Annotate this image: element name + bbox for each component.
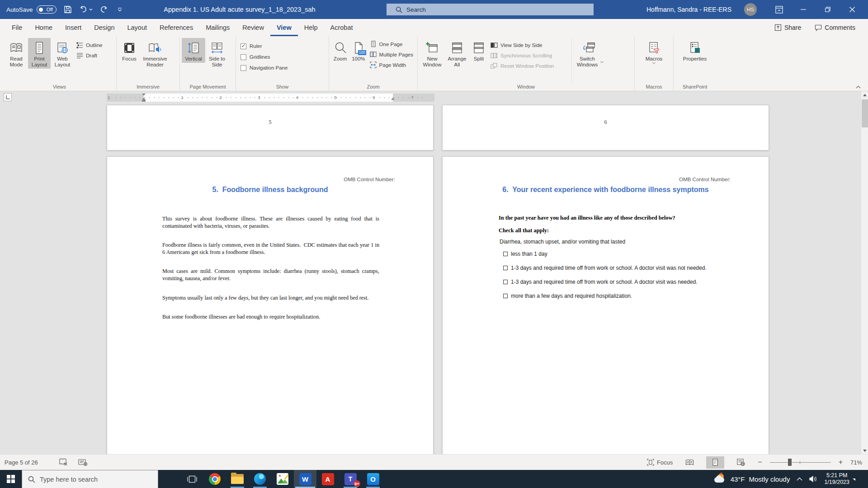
gridlines-checkbox-unchecked[interactable] — [241, 54, 246, 60]
survey-option[interactable]: more than a few days and required hospit… — [499, 293, 745, 299]
zoom-percentage[interactable]: 71% — [850, 459, 862, 466]
new-window-button[interactable]: New Window — [420, 38, 445, 69]
show-hidden-icons-button[interactable] — [797, 477, 802, 481]
page-width-button[interactable]: Page Width — [368, 60, 415, 70]
gridlines-checkbox-row[interactable]: Gridlines — [238, 52, 290, 62]
page-bottom-left[interactable]: 5 — [107, 105, 434, 150]
paragraph[interactable]: Most cases are mild. Common symptoms inc… — [162, 268, 379, 282]
document-page-right[interactable]: OMB Control Number: 6. Your recent exper… — [442, 156, 769, 454]
tab-help[interactable]: Help — [298, 19, 324, 36]
task-view-button[interactable] — [181, 470, 203, 488]
scroll-up-arrow[interactable] — [861, 91, 868, 99]
ruler-checkbox-row[interactable]: Ruler — [238, 41, 290, 52]
survey-question[interactable]: In the past year have you had an illness… — [499, 215, 745, 221]
zoom-slider-thumb[interactable] — [788, 459, 792, 466]
ribbon-display-options-button[interactable] — [769, 0, 789, 19]
vertical-scrollbar[interactable] — [861, 91, 868, 454]
section-heading[interactable]: 5. Foodborne illness background — [107, 186, 433, 194]
checkbox-unchecked[interactable] — [503, 252, 508, 256]
print-layout-button[interactable]: Print Layout — [28, 38, 51, 69]
tab-insert[interactable]: Insert — [59, 19, 88, 36]
display-settings-icon[interactable] — [78, 459, 87, 466]
left-indent-marker[interactable] — [142, 100, 146, 102]
tab-view[interactable]: View — [270, 19, 298, 36]
tab-references[interactable]: References — [153, 19, 199, 36]
avatar[interactable]: HS — [744, 3, 757, 16]
arrange-all-button[interactable]: Arrange All — [445, 38, 469, 69]
print-layout-view-button[interactable] — [706, 456, 724, 469]
collapse-ribbon-button[interactable] — [856, 85, 861, 89]
taskbar-teams-button[interactable]: 9+ — [339, 470, 362, 488]
document-page-left[interactable]: OMB Control Number: 5. Foodborne illness… — [107, 156, 434, 454]
immersive-reader-button[interactable]: Immersive Reader — [140, 38, 170, 69]
minimize-button[interactable] — [793, 0, 814, 19]
zoom-slider[interactable] — [770, 459, 831, 466]
web-layout-button[interactable]: Web Layout — [51, 38, 74, 69]
one-page-button[interactable]: One Page — [368, 39, 415, 49]
taskbar-chrome-button[interactable] — [203, 470, 226, 488]
multiple-pages-button[interactable]: Multiple Pages — [368, 49, 415, 60]
web-layout-view-button[interactable] — [732, 456, 750, 469]
taskbar-image-app-button[interactable] — [271, 470, 294, 488]
survey-option[interactable]: less than 1 day — [499, 251, 745, 257]
close-button[interactable] — [842, 0, 863, 19]
survey-option[interactable]: 1-3 days and required time off from work… — [499, 279, 745, 285]
paragraph[interactable]: This survey is about foodborne illness. … — [162, 216, 379, 230]
properties-button[interactable]: S Properties — [679, 38, 711, 63]
taskbar-acrobat-button[interactable] — [316, 470, 339, 488]
right-indent-marker[interactable] — [391, 98, 395, 100]
taskbar-word-button[interactable] — [294, 470, 316, 488]
tab-home[interactable]: Home — [28, 19, 59, 36]
survey-lead-text[interactable]: Diarrhea, stomach upset, and/or vomiting… — [499, 239, 745, 245]
volume-button[interactable] — [809, 475, 817, 483]
survey-option[interactable]: 1-3 days and required time off from work… — [499, 265, 745, 271]
section-heading[interactable]: 6. Your recent experience with foodborne… — [443, 186, 769, 194]
view-side-by-side-button[interactable]: View Side by Side — [488, 40, 569, 50]
scrollbar-thumb[interactable] — [862, 99, 868, 127]
tab-file[interactable]: File — [5, 19, 28, 36]
read-mode-view-button[interactable] — [680, 456, 698, 469]
search-box[interactable]: Search — [387, 4, 594, 15]
taskbar-file-explorer-button[interactable] — [226, 470, 249, 488]
navigation-pane-checkbox-row[interactable]: Navigation Pane — [238, 62, 290, 73]
tab-design[interactable]: Design — [88, 19, 121, 36]
scroll-down-arrow[interactable] — [861, 447, 868, 454]
undo-button[interactable] — [79, 3, 93, 16]
macros-button[interactable]: Macros — [641, 38, 668, 65]
first-line-indent-marker[interactable] — [142, 94, 146, 96]
taskbar-edge-button[interactable] — [249, 470, 271, 488]
taskbar-clock[interactable]: 5:21 PM 1/19/2023 — [824, 472, 849, 486]
page-body-text[interactable]: In the past year have you had an illness… — [499, 215, 745, 307]
autosave-toggle[interactable]: AutoSave Off — [6, 5, 57, 14]
outline-button[interactable]: Outline — [74, 40, 104, 50]
taskbar-outlook-button[interactable] — [362, 470, 384, 488]
survey-instruction[interactable]: Check all that apply: — [499, 227, 745, 234]
tab-acrobat[interactable]: Acrobat — [324, 19, 359, 36]
checkbox-unchecked[interactable] — [503, 294, 508, 298]
checkbox-unchecked[interactable] — [503, 280, 508, 284]
paragraph[interactable]: Foodborne illness is fairly common, even… — [162, 242, 379, 256]
navigation-pane-checkbox-unchecked[interactable] — [241, 65, 246, 71]
zoom-100-button[interactable]: 100 100% — [349, 38, 367, 63]
zoom-out-button[interactable]: − — [758, 459, 762, 466]
checkbox-unchecked[interactable] — [503, 266, 508, 270]
split-button[interactable]: Split — [469, 38, 488, 63]
page-indicator[interactable]: Page 5 of 26 — [5, 459, 38, 466]
account-name[interactable]: Hoffmann, Sandra - REE-ERS — [646, 0, 731, 19]
draft-button[interactable]: Draft — [74, 50, 104, 61]
share-button[interactable]: Share — [774, 24, 801, 31]
read-mode-button[interactable]: Read Mode — [5, 38, 28, 69]
autosave-switch[interactable]: Off — [37, 5, 57, 14]
tab-review[interactable]: Review — [236, 19, 270, 36]
tab-stop-selector[interactable] — [4, 93, 12, 101]
restore-button[interactable] — [817, 0, 838, 19]
tab-mailings[interactable]: Mailings — [199, 19, 236, 36]
ruler-checkbox-checked[interactable] — [241, 43, 246, 49]
comments-button[interactable]: Comments — [815, 24, 855, 31]
start-button[interactable] — [0, 470, 22, 488]
focus-mode-button[interactable]: Focus — [647, 459, 673, 466]
weather-widget[interactable]: 43°F Mostly cloudy — [714, 474, 790, 484]
save-button[interactable] — [63, 3, 72, 16]
redo-button[interactable] — [99, 3, 108, 16]
page-bottom-right[interactable]: 6 — [442, 105, 769, 150]
